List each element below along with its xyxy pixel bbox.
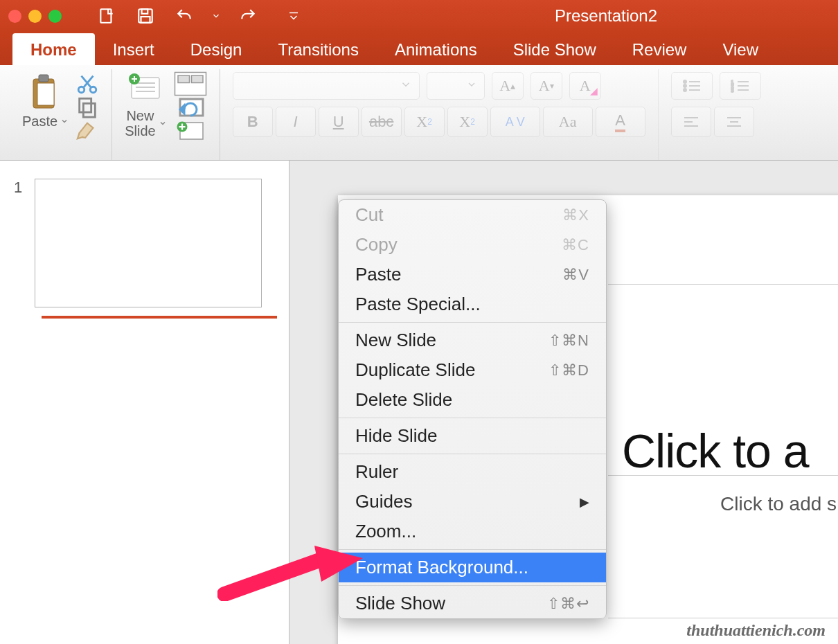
svg-text:3: 3 [731, 87, 734, 93]
svg-rect-3 [141, 17, 150, 23]
placeholder-border [608, 618, 838, 618]
tab-transitions[interactable]: Transitions [260, 33, 376, 65]
menu-item-paste-special[interactable]: Paste Special... [339, 289, 606, 319]
font-size-combo[interactable] [427, 72, 485, 100]
quick-access-toolbar [95, 7, 305, 25]
underline-button[interactable]: U [319, 107, 359, 137]
thumbnail-number: 1 [14, 179, 22, 307]
font-name-combo[interactable] [233, 72, 420, 100]
menu-item-duplicate-slide[interactable]: Duplicate Slide⇧⌘D [339, 355, 606, 385]
menu-item-copy: Copy⌘C [339, 230, 606, 260]
tab-home[interactable]: Home [12, 33, 95, 65]
menu-item-guides[interactable]: Guides▶ [339, 487, 606, 517]
paragraph-group: 123 [659, 69, 774, 160]
numbering-button[interactable]: 123 [720, 72, 761, 100]
svg-rect-2 [142, 9, 148, 14]
thumbnail-selection-indicator [42, 316, 277, 319]
svg-point-26 [684, 89, 686, 91]
copy-icon[interactable] [75, 98, 99, 116]
clear-formatting-button[interactable]: A◢ [569, 72, 601, 100]
change-case-button[interactable]: Aa [543, 107, 593, 137]
paste-button[interactable]: Paste [22, 72, 69, 129]
reset-icon[interactable] [174, 98, 207, 116]
font-group: A▴ A▾ A◢ B I U abc X2 X2 A V Aa A [220, 69, 659, 160]
slides-group: New Slide [112, 69, 220, 160]
document-title: Presentation2 [555, 6, 657, 26]
cut-icon[interactable] [75, 75, 99, 93]
font-color-button[interactable]: A [596, 107, 645, 137]
subscript-button[interactable]: X2 [447, 107, 488, 137]
tab-view[interactable]: View [704, 33, 776, 65]
subtitle-placeholder[interactable]: Click to add s [720, 493, 837, 515]
layout-icon[interactable] [174, 75, 207, 93]
align-left-button[interactable] [671, 107, 711, 137]
new-slide-button[interactable]: New Slide [125, 72, 166, 138]
increase-font-button[interactable]: A▴ [492, 72, 524, 100]
italic-button[interactable]: I [276, 107, 316, 137]
strikethrough-button[interactable]: abc [362, 107, 402, 137]
placeholder-border [608, 475, 838, 476]
svg-rect-9 [83, 103, 95, 117]
new-slide-label: New Slide [125, 108, 155, 138]
svg-rect-18 [191, 75, 203, 83]
menu-item-zoom[interactable]: Zoom... [339, 517, 606, 546]
decrease-font-button[interactable]: A▾ [531, 72, 562, 100]
slide-thumbnail-1[interactable] [35, 179, 262, 307]
svg-point-22 [684, 80, 686, 83]
tab-insert[interactable]: Insert [95, 33, 172, 65]
save-icon[interactable] [134, 7, 157, 25]
redo-icon[interactable] [236, 7, 260, 25]
menu-item-delete-slide[interactable]: Delete Slide [339, 385, 606, 415]
undo-dropdown-icon[interactable] [211, 7, 221, 25]
svg-rect-5 [37, 83, 54, 105]
align-center-button[interactable] [714, 107, 754, 137]
ribbon: Paste New Slide A▴ A [0, 65, 838, 161]
menu-item-format-background[interactable]: Format Background... [339, 553, 606, 582]
context-menu: Cut⌘XCopy⌘CPaste⌘VPaste Special...New Sl… [338, 199, 607, 619]
slide-thumbnails-panel[interactable]: 1 [0, 161, 289, 644]
menu-item-cut: Cut⌘X [339, 200, 606, 230]
svg-rect-6 [39, 75, 48, 82]
tab-animations[interactable]: Animations [377, 33, 495, 65]
watermark: thuthuattienich.com [686, 621, 826, 640]
menu-item-ruler[interactable]: Ruler [339, 457, 606, 487]
svg-rect-17 [178, 75, 190, 83]
menu-item-paste[interactable]: Paste⌘V [339, 260, 606, 289]
undo-icon[interactable] [172, 7, 196, 25]
tab-slide-show[interactable]: Slide Show [495, 33, 614, 65]
menu-item-slide-show[interactable]: Slide Show⇧⌘↩ [339, 589, 606, 618]
section-icon[interactable] [174, 122, 207, 140]
bold-button[interactable]: B [233, 107, 273, 137]
title-bar: Presentation2 [0, 0, 838, 32]
window-controls [8, 10, 62, 23]
svg-point-24 [684, 84, 686, 87]
file-icon[interactable] [95, 7, 118, 25]
format-painter-icon[interactable] [75, 122, 99, 140]
ribbon-tabs: Home Insert Design Transitions Animation… [0, 32, 838, 65]
superscript-button[interactable]: X2 [404, 107, 445, 137]
svg-rect-0 [100, 9, 111, 23]
character-spacing-button[interactable]: A V [490, 107, 540, 137]
tab-review[interactable]: Review [614, 33, 705, 65]
paste-label: Paste [22, 114, 57, 129]
menu-item-new-slide[interactable]: New Slide⇧⌘N [339, 325, 606, 355]
clipboard-group: Paste [10, 69, 112, 160]
customize-qat-icon[interactable] [282, 7, 305, 25]
close-window-button[interactable] [8, 10, 21, 23]
tab-design[interactable]: Design [172, 33, 260, 65]
svg-rect-10 [80, 98, 91, 112]
title-placeholder[interactable]: Click to a [622, 424, 809, 478]
minimize-window-button[interactable] [28, 10, 42, 23]
bullets-button[interactable] [671, 72, 713, 100]
placeholder-border [608, 284, 838, 285]
zoom-window-button[interactable] [48, 10, 62, 23]
menu-item-hide-slide[interactable]: Hide Slide [339, 421, 606, 451]
